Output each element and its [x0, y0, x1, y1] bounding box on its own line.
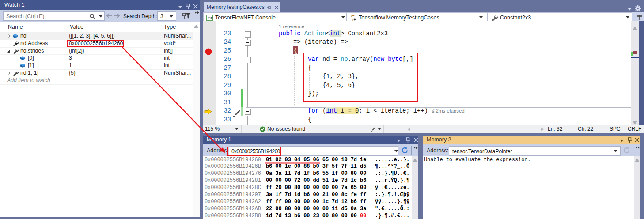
- svg-text:C#: C#: [208, 16, 213, 20]
